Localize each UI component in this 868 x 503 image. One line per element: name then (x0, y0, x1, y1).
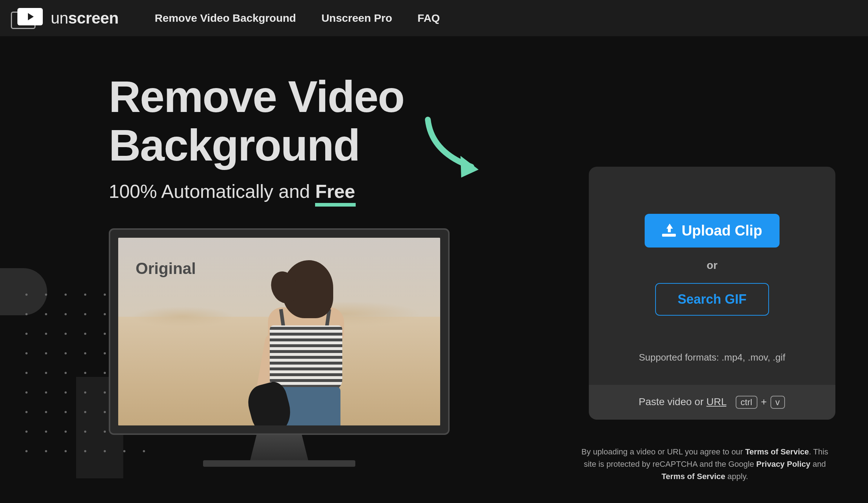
logo-text: unscreen (51, 9, 119, 27)
logo[interactable]: unscreen (11, 8, 119, 28)
tos-link[interactable]: Terms of Service (745, 447, 809, 456)
hero-title: Remove Video Background (109, 72, 868, 170)
paste-hint: Paste video or URL ctrl + v (589, 385, 835, 420)
nav-remove-background[interactable]: Remove Video Background (155, 12, 296, 24)
kbd-v: v (770, 396, 785, 409)
or-divider: or (611, 259, 814, 271)
preview-monitor: Original (109, 228, 450, 467)
header: unscreen Remove Video Background Unscree… (0, 0, 868, 36)
search-gif-button[interactable]: Search GIF (655, 283, 769, 316)
play-icon (28, 13, 34, 20)
nav: Remove Video Background Unscreen Pro FAQ (155, 12, 440, 24)
nav-faq[interactable]: FAQ (417, 12, 440, 24)
preview-label: Original (136, 259, 196, 278)
privacy-policy-link[interactable]: Privacy Policy (756, 460, 810, 469)
paste-url-link[interactable]: URL (706, 396, 726, 407)
logo-icon (11, 8, 44, 28)
upload-clip-button[interactable]: Upload Clip (645, 214, 780, 248)
preview-screen: Original (118, 238, 440, 425)
legal-text: By uploading a video or URL you agree to… (574, 446, 835, 483)
tos-link-2[interactable]: Terms of Service (662, 472, 726, 481)
supported-formats: Supported formats: .mp4, .mov, .gif (611, 352, 814, 363)
arrow-icon (421, 116, 486, 181)
nav-unscreen-pro[interactable]: Unscreen Pro (321, 12, 392, 24)
upload-icon (662, 225, 676, 237)
upload-card: Upload Clip or Search GIF Supported form… (589, 167, 835, 420)
kbd-ctrl: ctrl (736, 396, 757, 409)
